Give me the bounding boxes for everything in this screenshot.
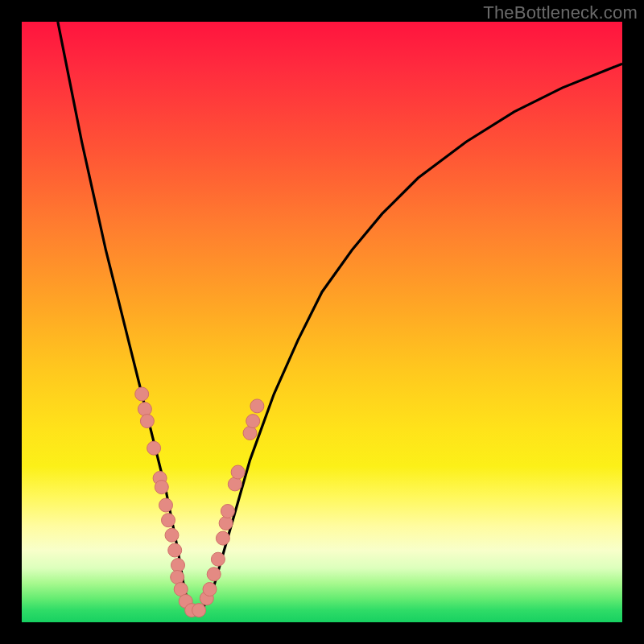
data-marker [221, 505, 234, 518]
data-marker [162, 514, 175, 527]
data-marker [250, 399, 264, 413]
data-marker [243, 427, 257, 440]
data-marker [171, 571, 184, 584]
data-marker [159, 498, 173, 512]
data-marker [140, 415, 154, 428]
data-marker [168, 543, 182, 557]
data-markers [135, 387, 264, 617]
watermark-text: TheBottleneck.com [483, 2, 638, 23]
chart-frame: TheBottleneck.com [0, 0, 644, 644]
data-marker [192, 604, 206, 617]
data-marker [203, 583, 217, 597]
data-marker [231, 465, 245, 479]
plot-area [22, 22, 622, 622]
data-marker [219, 516, 233, 530]
data-marker [228, 477, 242, 491]
data-marker [211, 552, 225, 566]
data-marker [165, 528, 179, 542]
data-marker [246, 415, 260, 428]
data-marker [135, 387, 149, 401]
chart-svg [22, 22, 622, 622]
data-marker [216, 531, 229, 545]
data-marker [207, 568, 221, 581]
data-marker [147, 441, 161, 455]
bottleneck-curve [58, 22, 622, 610]
data-marker [155, 481, 168, 494]
data-marker [138, 402, 151, 416]
